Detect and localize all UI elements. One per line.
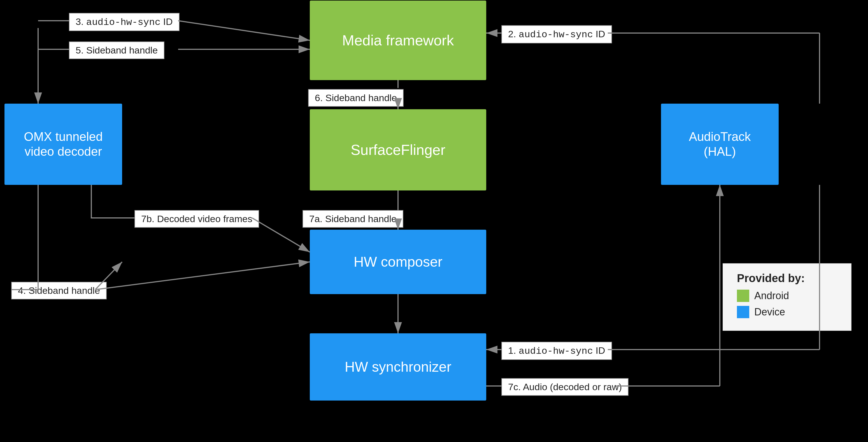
hw-composer-label: HW composer [354, 253, 442, 270]
device-swatch [737, 306, 749, 318]
omx-decoder-label: OMX tunneledvideo decoder [24, 129, 102, 159]
label-7b: 7b. Decoded video frames [134, 210, 259, 228]
surface-flinger-block: SurfaceFlinger [310, 109, 486, 190]
media-framework-label: Media framework [342, 32, 454, 49]
line-omx-7b [91, 185, 134, 218]
legend-item-android: Android [737, 290, 837, 302]
omx-decoder-block: OMX tunneledvideo decoder [4, 104, 122, 185]
label-4: 4. Sideband handle [11, 282, 107, 299]
android-label: Android [754, 290, 789, 302]
audiotrack-label: AudioTrack(HAL) [689, 129, 751, 159]
device-label: Device [754, 306, 785, 318]
label-5: 5. Sideband handle [69, 41, 164, 59]
hw-synchronizer-label: HW synchronizer [345, 358, 452, 375]
arrow-7b-to-hwc [252, 218, 310, 252]
legend-item-device: Device [737, 306, 837, 318]
legend-title: Provided by: [737, 272, 837, 285]
media-framework-block: Media framework [310, 1, 486, 80]
arrow-4-hwc [95, 262, 310, 290]
label-7a: 7a. Sideband handle [303, 210, 403, 228]
label-3: 3. audio-hw-sync ID [69, 13, 180, 31]
label-6: 6. Sideband handle [308, 89, 404, 107]
legend: Provided by: Android Device [723, 263, 851, 331]
label-1: 1. audio-hw-sync ID [501, 342, 612, 360]
surface-flinger-label: SurfaceFlinger [351, 141, 445, 159]
android-swatch [737, 290, 749, 302]
label-2: 2. audio-hw-sync ID [501, 25, 612, 43]
arrow-3-to-mf [178, 21, 310, 40]
audiotrack-block: AudioTrack(HAL) [661, 104, 779, 185]
label-7c: 7c. Audio (decoded or raw) [501, 378, 628, 396]
hw-synchronizer-block: HW synchronizer [310, 333, 486, 401]
hw-composer-block: HW composer [310, 230, 486, 294]
